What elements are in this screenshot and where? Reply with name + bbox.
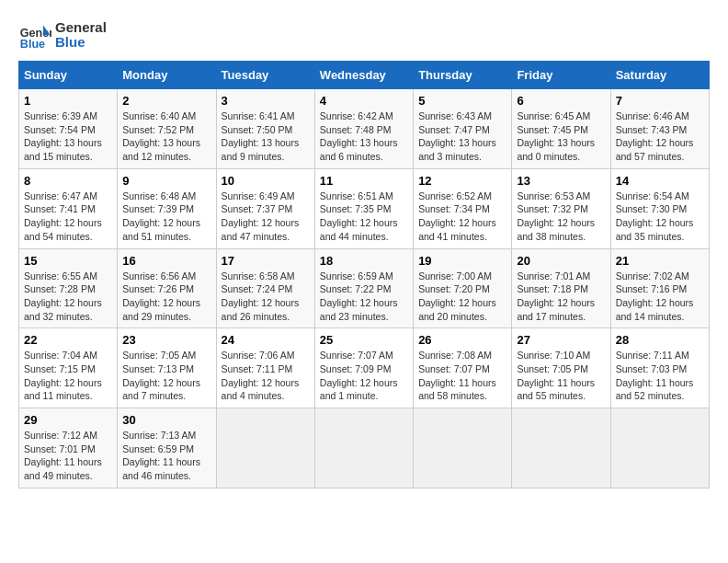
calendar-cell: 11 Sunrise: 6:51 AMSunset: 7:35 PMDaylig… [314, 168, 413, 248]
calendar-cell: 6 Sunrise: 6:45 AMSunset: 7:45 PMDayligh… [512, 89, 610, 169]
day-info: Sunrise: 7:07 AMSunset: 7:09 PMDaylight:… [320, 350, 398, 401]
calendar-cell [216, 408, 314, 488]
day-number: 28 [616, 333, 704, 347]
day-info: Sunrise: 6:55 AMSunset: 7:28 PMDaylight:… [24, 270, 102, 322]
day-info: Sunrise: 7:04 AMSunset: 7:15 PMDaylight:… [24, 350, 102, 401]
weekday-header-monday: Monday [118, 62, 216, 89]
calendar-cell: 8 Sunrise: 6:47 AMSunset: 7:41 PMDayligh… [19, 168, 118, 248]
day-number: 12 [418, 174, 506, 188]
calendar-cell [610, 408, 709, 488]
day-info: Sunrise: 6:59 AMSunset: 7:22 PMDaylight:… [320, 270, 398, 322]
day-info: Sunrise: 7:01 AMSunset: 7:18 PMDaylight:… [517, 270, 595, 322]
day-info: Sunrise: 6:49 AMSunset: 7:37 PMDaylight:… [222, 190, 300, 242]
day-number: 7 [616, 94, 704, 108]
calendar-cell: 23 Sunrise: 7:05 AMSunset: 7:13 PMDaylig… [118, 328, 216, 408]
svg-text:Blue: Blue [20, 38, 45, 51]
day-info: Sunrise: 7:06 AMSunset: 7:11 PMDaylight:… [222, 350, 300, 401]
calendar-cell: 25 Sunrise: 7:07 AMSunset: 7:09 PMDaylig… [314, 328, 413, 408]
calendar-cell: 19 Sunrise: 7:00 AMSunset: 7:20 PMDaylig… [414, 248, 512, 328]
calendar-cell [314, 408, 413, 488]
day-number: 2 [122, 94, 210, 108]
weekday-header-saturday: Saturday [610, 62, 709, 89]
day-number: 19 [418, 254, 506, 268]
calendar-cell: 5 Sunrise: 6:43 AMSunset: 7:47 PMDayligh… [414, 89, 512, 169]
day-number: 26 [418, 333, 506, 347]
week-row-3: 15 Sunrise: 6:55 AMSunset: 7:28 PMDaylig… [19, 248, 710, 328]
day-number: 14 [616, 174, 704, 188]
logo-icon: General Blue [18, 18, 51, 52]
day-info: Sunrise: 7:10 AMSunset: 7:05 PMDaylight:… [517, 350, 595, 401]
calendar-cell: 2 Sunrise: 6:40 AMSunset: 7:52 PMDayligh… [118, 89, 216, 169]
calendar-cell: 15 Sunrise: 6:55 AMSunset: 7:28 PMDaylig… [19, 248, 118, 328]
calendar-table: SundayMondayTuesdayWednesdayThursdayFrid… [18, 61, 710, 488]
page-header: General Blue General Blue [18, 18, 710, 52]
calendar-cell: 24 Sunrise: 7:06 AMSunset: 7:11 PMDaylig… [216, 328, 314, 408]
day-number: 25 [320, 333, 408, 347]
calendar-cell: 27 Sunrise: 7:10 AMSunset: 7:05 PMDaylig… [512, 328, 610, 408]
day-number: 24 [222, 333, 310, 347]
day-info: Sunrise: 6:54 AMSunset: 7:30 PMDaylight:… [616, 190, 694, 242]
weekday-header-friday: Friday [512, 62, 610, 89]
day-number: 5 [418, 94, 506, 108]
calendar-cell: 21 Sunrise: 7:02 AMSunset: 7:16 PMDaylig… [610, 248, 709, 328]
weekday-header-tuesday: Tuesday [216, 62, 314, 89]
calendar-cell: 20 Sunrise: 7:01 AMSunset: 7:18 PMDaylig… [512, 248, 610, 328]
day-number: 22 [24, 333, 112, 347]
day-number: 29 [24, 413, 112, 427]
calendar-cell: 13 Sunrise: 6:53 AMSunset: 7:32 PMDaylig… [512, 168, 610, 248]
calendar-cell: 1 Sunrise: 6:39 AMSunset: 7:54 PMDayligh… [19, 89, 118, 169]
day-info: Sunrise: 7:02 AMSunset: 7:16 PMDaylight:… [616, 270, 694, 322]
weekday-header-sunday: Sunday [19, 62, 118, 89]
logo: General Blue General Blue [18, 18, 107, 52]
day-number: 17 [222, 254, 310, 268]
day-info: Sunrise: 6:48 AMSunset: 7:39 PMDaylight:… [122, 190, 200, 242]
week-row-1: 1 Sunrise: 6:39 AMSunset: 7:54 PMDayligh… [19, 89, 710, 169]
weekday-header-thursday: Thursday [414, 62, 512, 89]
day-number: 23 [122, 333, 210, 347]
week-row-2: 8 Sunrise: 6:47 AMSunset: 7:41 PMDayligh… [19, 168, 710, 248]
day-number: 27 [517, 333, 605, 347]
day-info: Sunrise: 7:13 AMSunset: 6:59 PMDaylight:… [122, 430, 200, 481]
day-number: 9 [122, 174, 210, 188]
calendar-cell: 18 Sunrise: 6:59 AMSunset: 7:22 PMDaylig… [314, 248, 413, 328]
calendar-cell: 29 Sunrise: 7:12 AMSunset: 7:01 PMDaylig… [19, 408, 118, 488]
logo-general: General [55, 20, 107, 36]
day-info: Sunrise: 6:43 AMSunset: 7:47 PMDaylight:… [418, 110, 496, 162]
day-info: Sunrise: 6:52 AMSunset: 7:34 PMDaylight:… [418, 190, 496, 242]
day-info: Sunrise: 6:58 AMSunset: 7:24 PMDaylight:… [222, 270, 300, 322]
day-info: Sunrise: 7:11 AMSunset: 7:03 PMDaylight:… [616, 350, 694, 401]
calendar-cell: 22 Sunrise: 7:04 AMSunset: 7:15 PMDaylig… [19, 328, 118, 408]
day-number: 10 [222, 174, 310, 188]
day-info: Sunrise: 6:56 AMSunset: 7:26 PMDaylight:… [122, 270, 200, 322]
day-number: 13 [517, 174, 605, 188]
calendar-cell: 26 Sunrise: 7:08 AMSunset: 7:07 PMDaylig… [414, 328, 512, 408]
day-info: Sunrise: 6:45 AMSunset: 7:45 PMDaylight:… [517, 110, 595, 162]
day-number: 4 [320, 94, 408, 108]
logo-blue: Blue [55, 35, 107, 51]
day-number: 8 [24, 174, 112, 188]
calendar-cell: 17 Sunrise: 6:58 AMSunset: 7:24 PMDaylig… [216, 248, 314, 328]
calendar-cell: 10 Sunrise: 6:49 AMSunset: 7:37 PMDaylig… [216, 168, 314, 248]
day-info: Sunrise: 7:08 AMSunset: 7:07 PMDaylight:… [418, 350, 496, 401]
day-info: Sunrise: 6:42 AMSunset: 7:48 PMDaylight:… [320, 110, 398, 162]
day-info: Sunrise: 6:47 AMSunset: 7:41 PMDaylight:… [24, 190, 102, 242]
calendar-cell [512, 408, 610, 488]
calendar-cell: 16 Sunrise: 6:56 AMSunset: 7:26 PMDaylig… [118, 248, 216, 328]
day-info: Sunrise: 7:00 AMSunset: 7:20 PMDaylight:… [418, 270, 496, 322]
calendar-cell: 14 Sunrise: 6:54 AMSunset: 7:30 PMDaylig… [610, 168, 709, 248]
day-number: 20 [517, 254, 605, 268]
day-info: Sunrise: 6:53 AMSunset: 7:32 PMDaylight:… [517, 190, 595, 242]
day-info: Sunrise: 7:05 AMSunset: 7:13 PMDaylight:… [122, 350, 200, 401]
week-row-5: 29 Sunrise: 7:12 AMSunset: 7:01 PMDaylig… [19, 408, 710, 488]
day-number: 16 [122, 254, 210, 268]
day-info: Sunrise: 7:12 AMSunset: 7:01 PMDaylight:… [24, 430, 102, 481]
day-info: Sunrise: 6:46 AMSunset: 7:43 PMDaylight:… [616, 110, 694, 162]
day-number: 21 [616, 254, 704, 268]
day-number: 6 [517, 94, 605, 108]
calendar-cell: 9 Sunrise: 6:48 AMSunset: 7:39 PMDayligh… [118, 168, 216, 248]
day-number: 15 [24, 254, 112, 268]
calendar-cell: 3 Sunrise: 6:41 AMSunset: 7:50 PMDayligh… [216, 89, 314, 169]
calendar-cell: 7 Sunrise: 6:46 AMSunset: 7:43 PMDayligh… [610, 89, 709, 169]
day-number: 3 [222, 94, 310, 108]
weekday-header-wednesday: Wednesday [314, 62, 413, 89]
